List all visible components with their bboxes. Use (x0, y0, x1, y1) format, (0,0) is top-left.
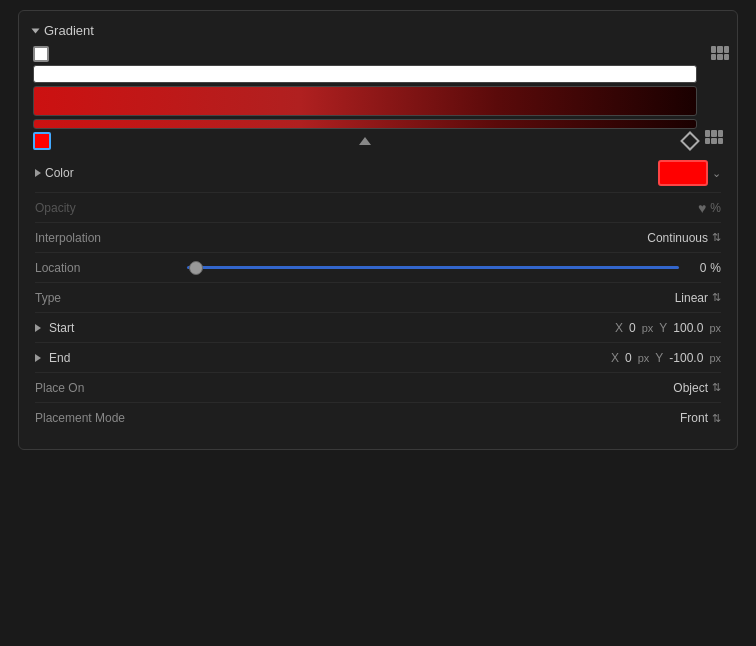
place-on-property-row: Place On Object ⇅ (35, 373, 721, 403)
start-y-label: Y (659, 321, 667, 335)
interpolation-chevron[interactable]: ⇅ (712, 231, 721, 244)
gradient-handle-right[interactable] (680, 131, 700, 151)
location-unit: % (710, 261, 721, 275)
color-stop-white[interactable] (33, 46, 49, 62)
place-on-label: Place On (35, 381, 175, 395)
end-triangle-icon (35, 354, 41, 362)
color-stop-red[interactable] (33, 132, 51, 150)
white-gradient-bar[interactable] (33, 65, 697, 83)
color-property-row: Color ⌄ (35, 154, 721, 193)
color-chevron[interactable]: ⌄ (712, 167, 721, 180)
color-expand[interactable]: Color (35, 166, 185, 180)
section-title: Gradient (44, 23, 94, 38)
start-triangle-icon (35, 324, 41, 332)
place-on-text: Object (673, 381, 708, 395)
thin-gradient-bar[interactable] (33, 119, 697, 129)
location-value: 0 % (691, 261, 721, 275)
start-x-value[interactable]: 0 (629, 321, 636, 335)
end-x-label: X (611, 351, 619, 365)
end-property-row: End X 0 px Y -100.0 px (35, 343, 721, 373)
placement-mode-property-row: Placement Mode Front ⇅ (35, 403, 721, 433)
start-y-unit: px (709, 322, 721, 334)
interpolation-property-row: Interpolation Continuous ⇅ (35, 223, 721, 253)
placement-mode-chevron[interactable]: ⇅ (712, 412, 721, 425)
type-value[interactable]: Linear ⇅ (675, 291, 721, 305)
end-x-value[interactable]: 0 (625, 351, 632, 365)
color-swatch[interactable] (658, 160, 708, 186)
end-y-value[interactable]: -100.0 (669, 351, 703, 365)
opacity-percent: % (710, 201, 721, 215)
heart-icon: ♥ (698, 200, 706, 216)
start-property-row: Start X 0 px Y 100.0 px (35, 313, 721, 343)
start-label: Start (49, 321, 189, 335)
start-x-label: X (615, 321, 623, 335)
section-header: Gradient (19, 23, 737, 46)
placement-mode-text: Front (680, 411, 708, 425)
interpolation-text: Continuous (647, 231, 708, 245)
right-icon-top[interactable] (711, 46, 729, 60)
color-value: ⌄ (658, 160, 721, 186)
type-property-row: Type Linear ⇅ (35, 283, 721, 313)
end-label: End (49, 351, 189, 365)
gradient-handle-up[interactable] (359, 137, 371, 145)
opacity-label: Opacity (35, 201, 175, 215)
place-on-chevron[interactable]: ⇅ (712, 381, 721, 394)
type-label: Type (35, 291, 175, 305)
gradient-panel: Gradient (18, 10, 738, 450)
collapse-icon[interactable] (32, 28, 40, 33)
opacity-value: ♥ % (698, 200, 721, 216)
end-expand[interactable]: End (35, 351, 189, 365)
start-x-unit: px (642, 322, 654, 334)
end-y-unit: px (709, 352, 721, 364)
start-xy-group: X 0 px Y 100.0 px (615, 321, 721, 335)
end-xy-group: X 0 px Y -100.0 px (611, 351, 721, 365)
placement-mode-label: Placement Mode (35, 411, 175, 425)
type-chevron[interactable]: ⇅ (712, 291, 721, 304)
location-label: Location (35, 261, 175, 275)
interpolation-label: Interpolation (35, 231, 175, 245)
place-on-value[interactable]: Object ⇅ (673, 381, 721, 395)
location-property-row: Location 0 % (35, 253, 721, 283)
location-slider[interactable] (187, 260, 679, 276)
right-icon-bottom[interactable] (705, 130, 723, 144)
type-text: Linear (675, 291, 708, 305)
properties-section: Color ⌄ Opacity ♥ % Interpolation Contin… (19, 154, 737, 433)
start-expand[interactable]: Start (35, 321, 189, 335)
placement-mode-value[interactable]: Front ⇅ (680, 411, 721, 425)
main-gradient-bar[interactable] (33, 86, 697, 116)
expand-triangle-icon (35, 169, 41, 177)
end-x-unit: px (638, 352, 650, 364)
opacity-property-row: Opacity ♥ % (35, 193, 721, 223)
interpolation-value[interactable]: Continuous ⇅ (647, 231, 721, 245)
start-y-value[interactable]: 100.0 (673, 321, 703, 335)
color-label: Color (45, 166, 185, 180)
end-y-label: Y (655, 351, 663, 365)
